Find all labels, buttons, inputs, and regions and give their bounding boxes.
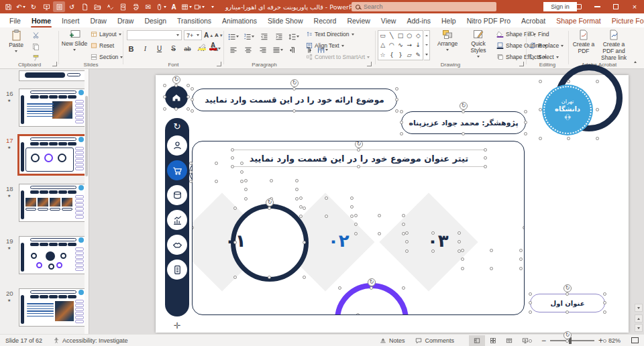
align-text-button[interactable]: Align Text bbox=[306, 42, 344, 49]
italic-button[interactable]: I bbox=[140, 44, 150, 54]
selection-handle[interactable] bbox=[338, 286, 341, 290]
selection-handle[interactable] bbox=[566, 339, 569, 343]
shape-brace-right-icon[interactable]: } bbox=[398, 52, 402, 58]
rotation-handle-icon[interactable]: ↻ bbox=[290, 79, 299, 87]
reset-button[interactable]: Reset bbox=[91, 42, 114, 49]
topic-title-placeholder[interactable]: ↻ موضوع ارائه خود را در این قسمت وارد نم… bbox=[192, 89, 397, 111]
selection-handle[interactable] bbox=[523, 226, 525, 229]
qat-overflow-button[interactable] bbox=[206, 1, 218, 12]
selection-handle[interactable] bbox=[484, 165, 487, 168]
selection-handle[interactable] bbox=[524, 121, 527, 124]
replace-button[interactable]: Replace bbox=[529, 42, 564, 49]
selection-handle[interactable] bbox=[268, 207, 271, 210]
selection-handle[interactable] bbox=[402, 214, 405, 217]
new-file-button[interactable] bbox=[78, 1, 91, 12]
shape-brace-left-icon[interactable]: { bbox=[390, 52, 394, 58]
selection-handle[interactable] bbox=[400, 132, 403, 135]
bold-button[interactable]: B bbox=[126, 44, 136, 54]
redo-button[interactable]: ↻ bbox=[28, 1, 40, 12]
selection-handle[interactable] bbox=[325, 215, 328, 218]
selection-handle[interactable] bbox=[519, 249, 523, 252]
search-input[interactable] bbox=[364, 3, 478, 10]
pointer-options-button[interactable] bbox=[155, 1, 167, 12]
paste-button[interactable]: Paste bbox=[4, 30, 28, 52]
rotation-handle-icon[interactable]: ↻ bbox=[266, 198, 274, 207]
selection-handle[interactable] bbox=[231, 156, 234, 160]
selection-handle[interactable] bbox=[378, 214, 381, 217]
tab-add-ins[interactable]: Add-ins bbox=[401, 13, 436, 27]
selection-handle[interactable] bbox=[458, 240, 461, 243]
find-button[interactable]: Find bbox=[529, 31, 549, 38]
selection-handle[interactable] bbox=[596, 108, 599, 111]
font-name-combo[interactable] bbox=[127, 30, 182, 40]
convert-smartart-button[interactable]: Convert to SmartArt bbox=[306, 54, 370, 60]
circle-02[interactable]: ↻ bbox=[335, 283, 409, 315]
font-size-combo[interactable]: 7+ bbox=[184, 30, 202, 40]
selection-handle[interactable] bbox=[186, 107, 190, 111]
rotation-handle-icon[interactable]: ↻ bbox=[355, 141, 363, 148]
selection-handle[interactable] bbox=[484, 148, 487, 152]
selection-handle[interactable] bbox=[174, 107, 178, 111]
scrollbar-thumb[interactable] bbox=[635, 304, 643, 312]
selection-handle[interactable] bbox=[523, 313, 525, 315]
justify-button[interactable] bbox=[272, 45, 283, 55]
selection-handle[interactable] bbox=[191, 98, 194, 101]
clipboard-dialog-launcher[interactable] bbox=[52, 62, 57, 66]
selection-handle[interactable] bbox=[400, 121, 403, 124]
home-button[interactable]: ↻ bbox=[165, 86, 188, 109]
collapse-ribbon-button[interactable] bbox=[631, 58, 640, 66]
selection-handle[interactable] bbox=[567, 80, 570, 83]
selection-handle[interactable] bbox=[395, 87, 398, 91]
selection-handle[interactable] bbox=[292, 87, 296, 91]
researcher-pill[interactable]: ↻ پژوهشگر: محمد جواد عزیزپناه bbox=[401, 111, 526, 134]
selection-handle[interactable] bbox=[350, 215, 354, 218]
arrange-button[interactable]: Arrange bbox=[433, 30, 462, 51]
zoom-in-button[interactable]: + bbox=[598, 336, 603, 345]
selection-handle[interactable] bbox=[354, 214, 358, 217]
shape-square-icon[interactable]: □ bbox=[398, 32, 404, 39]
selection-handle[interactable] bbox=[462, 110, 465, 113]
underline-button[interactable]: U bbox=[154, 44, 164, 54]
selection-handle[interactable] bbox=[295, 179, 299, 182]
tab-record[interactable]: Record bbox=[309, 13, 342, 27]
selection-handle[interactable] bbox=[354, 223, 358, 226]
shape-triangle-icon[interactable]: △ bbox=[380, 42, 385, 48]
font-dialog-launcher[interactable] bbox=[217, 62, 221, 66]
people-icon[interactable] bbox=[167, 135, 187, 156]
selection-handle[interactable] bbox=[215, 162, 218, 165]
tab-draw-2[interactable]: Draw bbox=[112, 13, 140, 27]
selection-handle[interactable] bbox=[490, 249, 493, 252]
zoom-level[interactable]: 82% bbox=[603, 335, 626, 346]
selection-handle[interactable] bbox=[519, 267, 523, 270]
normal-view-button[interactable] bbox=[469, 335, 485, 346]
print-preview-button[interactable] bbox=[117, 1, 129, 12]
selection-handle[interactable] bbox=[603, 292, 606, 296]
selection-handle[interactable] bbox=[231, 165, 234, 168]
selection-handle[interactable] bbox=[378, 232, 381, 235]
text-highlight-button[interactable] bbox=[199, 43, 206, 50]
copy-button[interactable] bbox=[32, 43, 40, 50]
cut-button[interactable] bbox=[32, 32, 40, 39]
step-number-03[interactable]: ۰۳ bbox=[427, 231, 449, 251]
text-direction-button[interactable]: Text Direction bbox=[306, 31, 354, 38]
insert-video-button[interactable] bbox=[193, 1, 205, 12]
selection-handle[interactable] bbox=[192, 313, 194, 315]
line-spacing-button[interactable] bbox=[288, 32, 299, 42]
selection-handle[interactable] bbox=[461, 257, 464, 261]
selection-handle[interactable] bbox=[231, 148, 234, 152]
selection-handle[interactable] bbox=[233, 241, 237, 244]
tab-acrobat[interactable]: Acrobat bbox=[516, 13, 551, 27]
email-button[interactable]: ✉ bbox=[142, 1, 154, 12]
tab-view[interactable]: View bbox=[376, 13, 402, 27]
align-left-button[interactable] bbox=[228, 45, 238, 55]
close-button[interactable]: × bbox=[625, 0, 644, 13]
selection-handle[interactable] bbox=[461, 267, 464, 270]
selection-handle[interactable] bbox=[186, 95, 190, 99]
selection-handle[interactable] bbox=[303, 276, 306, 279]
new-slide-button[interactable]: New Slide bbox=[61, 30, 88, 51]
strikethrough-button[interactable]: S bbox=[168, 44, 178, 54]
tab-slide-show[interactable]: Slide Show bbox=[262, 13, 309, 27]
rotation-handle-icon[interactable]: ↻ bbox=[368, 278, 376, 286]
selection-handle[interactable] bbox=[484, 156, 487, 160]
minimize-button[interactable] bbox=[588, 0, 606, 13]
